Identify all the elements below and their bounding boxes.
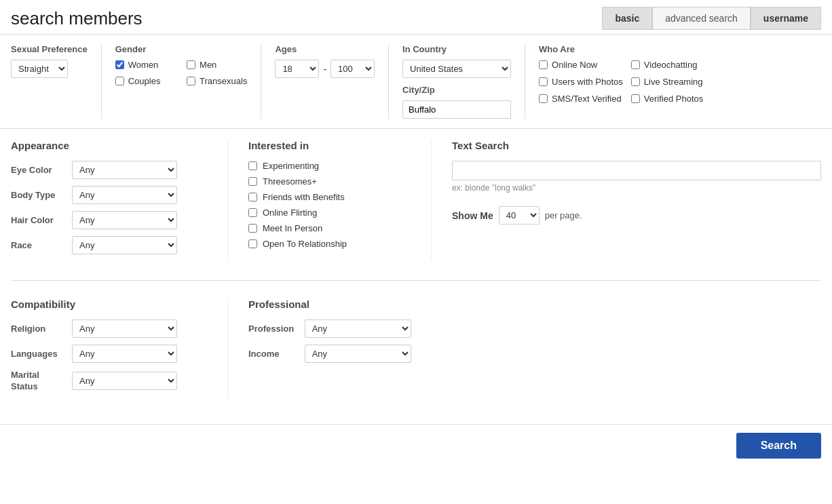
interested-title: Interested in <box>248 140 411 151</box>
race-label: Race <box>11 240 72 250</box>
eye-color-row: Eye Color AnyBlueBrownGreenHazelGray <box>11 161 207 179</box>
who-users-with-photos-row: Users with Photos <box>539 77 623 87</box>
interested-fwb-label: Friends with Benefits <box>263 192 345 202</box>
who-live-streaming-label: Live Streaming <box>644 77 703 87</box>
income-select[interactable]: AnyUnder $25k$25k-$50k$50k-$75k$75k-$100… <box>305 345 411 363</box>
income-row: Income AnyUnder $25k$25k-$50k$50k-$75k$7… <box>248 345 411 363</box>
who-videochatting-checkbox[interactable] <box>631 60 640 69</box>
interested-open-to-relationship-checkbox[interactable] <box>248 239 257 248</box>
body-type-row: Body Type AnySlimAthleticAverageCurvyBBW… <box>11 186 207 204</box>
text-search-input[interactable] <box>452 161 821 180</box>
gender-transexuals-row: Transexuals <box>187 76 247 86</box>
interested-online-flirting-label: Online Flirting <box>263 208 317 218</box>
sexual-preference-label: Sexual Preference <box>11 44 88 54</box>
show-me-select[interactable]: 1020406080100 <box>499 206 540 225</box>
interested-threesomes-label: Threesomes+ <box>263 176 317 187</box>
tab-basic[interactable]: basic <box>602 7 652 30</box>
text-search-column: Text Search ex: blonde "long walks" Show… <box>432 140 821 261</box>
who-sms-verified-checkbox[interactable] <box>539 94 548 103</box>
marital-status-select[interactable]: AnySingleDivorcedSeparatedWidowedMarried <box>72 372 177 390</box>
gender-men-label: Men <box>200 60 216 70</box>
age-min-select[interactable]: 18192025 30354045 5055606570 <box>275 60 319 78</box>
who-online-now-label: Online Now <box>552 60 597 70</box>
marital-status-row: MaritalStatus AnySingleDivorcedSeparated… <box>11 370 207 393</box>
gender-transexuals-checkbox[interactable] <box>187 77 195 85</box>
age-max-select[interactable]: 100908070 65605550 4540353025 <box>330 60 375 78</box>
who-verified-photos-row: Verified Photos <box>631 94 715 104</box>
interested-experimenting-checkbox[interactable] <box>248 161 257 170</box>
text-search-hint: ex: blonde "long walks" <box>452 183 821 193</box>
marital-status-label: MaritalStatus <box>11 370 72 393</box>
who-users-with-photos-checkbox[interactable] <box>539 77 548 86</box>
tab-username[interactable]: username <box>751 7 821 30</box>
interested-meet-in-person-checkbox[interactable] <box>248 224 257 233</box>
gender-women-label: Women <box>128 60 159 70</box>
interested-threesomes-row: Threesomes+ <box>248 176 411 187</box>
gender-couples-row: Couples <box>115 76 176 86</box>
hair-color-select[interactable]: AnyBlackBrownBlondeRedGrayWhiteBald <box>72 211 177 229</box>
interested-open-to-relationship-label: Open To Relationship <box>263 239 347 249</box>
sexual-preference-section: Sexual Preference Straight Gay Bisexual <box>11 44 102 119</box>
who-are-label: Who Are <box>539 44 715 54</box>
interested-online-flirting-row: Online Flirting <box>248 208 411 218</box>
languages-row: Languages AnyEnglishSpanishFrenchGermanI… <box>11 345 207 363</box>
main-content: Appearance Eye Color AnyBlueBrownGreenHa… <box>0 129 832 410</box>
city-zip-input[interactable] <box>402 100 511 119</box>
text-search-title: Text Search <box>452 140 821 151</box>
gender-label: Gender <box>115 44 248 54</box>
profession-select[interactable]: AnyArtsBusinessEducationEngineeringFinan… <box>305 319 411 338</box>
search-button[interactable]: Search <box>736 433 821 459</box>
ages-label: Ages <box>275 44 375 54</box>
professional-column: Professional Profession AnyArtsBusinessE… <box>228 298 432 400</box>
race-select[interactable]: AnyAsianBlackHispanicIndianMiddle Easter… <box>72 236 177 254</box>
gender-men-checkbox[interactable] <box>187 60 195 69</box>
gender-women-checkbox[interactable] <box>115 60 124 69</box>
profession-row: Profession AnyArtsBusinessEducationEngin… <box>248 319 411 338</box>
hair-color-label: Hair Color <box>11 215 72 225</box>
show-me-label: Show Me <box>452 210 493 221</box>
hair-color-row: Hair Color AnyBlackBrownBlondeRedGrayWhi… <box>11 211 207 229</box>
age-separator: - <box>323 64 326 75</box>
languages-label: Languages <box>11 349 72 359</box>
gender-couples-label: Couples <box>128 76 161 86</box>
sexual-preference-select[interactable]: Straight Gay Bisexual <box>11 60 68 78</box>
location-section: In Country United States Canada United K… <box>402 44 525 119</box>
body-type-label: Body Type <box>11 190 72 200</box>
who-verified-photos-checkbox[interactable] <box>631 94 640 103</box>
gender-transexuals-label: Transexuals <box>200 76 247 86</box>
languages-select[interactable]: AnyEnglishSpanishFrenchGermanItalianPort… <box>72 345 177 363</box>
who-sms-verified-row: SMS/Text Verified <box>539 94 623 104</box>
section-row-bottom: Compatibility Religion AnyChristianCatho… <box>11 292 821 400</box>
who-videochatting-label: Videochatting <box>644 60 698 70</box>
interested-fwb-checkbox[interactable] <box>248 193 257 201</box>
gender-men-row: Men <box>187 60 247 70</box>
who-live-streaming-row: Live Streaming <box>631 77 715 87</box>
religion-select[interactable]: AnyChristianCatholicJewishMuslimBuddhist… <box>72 319 177 338</box>
who-live-streaming-checkbox[interactable] <box>631 77 640 86</box>
profession-label: Profession <box>248 324 305 334</box>
page-title: search members <box>11 8 143 29</box>
race-row: Race AnyAsianBlackHispanicIndianMiddle E… <box>11 236 207 254</box>
tab-advanced-search[interactable]: advanced search <box>652 7 751 30</box>
eye-color-select[interactable]: AnyBlueBrownGreenHazelGray <box>72 161 177 179</box>
who-online-now-checkbox[interactable] <box>539 60 548 69</box>
section-divider <box>11 280 821 281</box>
footer-bar: Search <box>0 424 832 467</box>
body-type-select[interactable]: AnySlimAthleticAverageCurvyBBWLarge <box>72 186 177 204</box>
interested-experimenting-row: Experimenting <box>248 161 411 171</box>
interested-threesomes-checkbox[interactable] <box>248 177 257 186</box>
gender-women-row: Women <box>115 60 176 70</box>
income-label: Income <box>248 349 305 359</box>
who-online-now-row: Online Now <box>539 60 623 70</box>
interested-meet-in-person-label: Meet In Person <box>263 223 322 233</box>
religion-label: Religion <box>11 324 72 334</box>
ages-row: 18192025 30354045 5055606570 - 100908070… <box>275 60 375 78</box>
show-me-row: Show Me 1020406080100 per page. <box>452 206 821 225</box>
who-verified-photos-label: Verified Photos <box>644 94 703 104</box>
religion-row: Religion AnyChristianCatholicJewishMusli… <box>11 319 207 338</box>
in-country-select[interactable]: United States Canada United Kingdom Aust… <box>402 60 511 78</box>
ages-section: Ages 18192025 30354045 5055606570 - 1009… <box>275 44 389 119</box>
gender-couples-checkbox[interactable] <box>115 77 124 85</box>
interested-online-flirting-checkbox[interactable] <box>248 208 257 217</box>
interested-open-to-relationship-row: Open To Relationship <box>248 239 411 249</box>
